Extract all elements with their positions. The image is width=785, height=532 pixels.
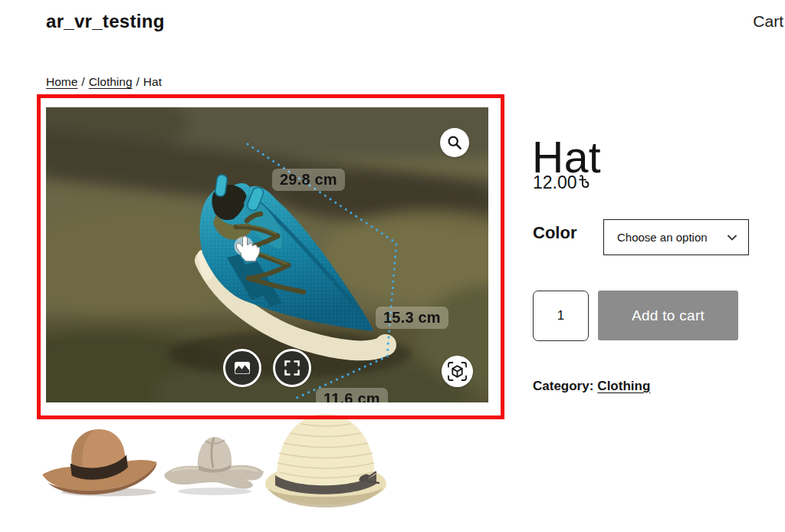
breadcrumb: Home/Clothing/Hat xyxy=(46,75,162,89)
thumbnail-straw-sun-hat[interactable] xyxy=(264,405,388,511)
category-clothing-link[interactable]: Clothing xyxy=(597,379,650,393)
fullscreen-button[interactable] xyxy=(273,349,311,387)
breadcrumb-separator: / xyxy=(81,75,84,88)
gray-cowboy-hat-image xyxy=(163,432,267,498)
ar-view-button[interactable] xyxy=(442,356,473,387)
product-3d-viewer[interactable]: 29.8 cm 15.3 cm 11.6 cm xyxy=(46,107,488,402)
straw-sun-hat-image xyxy=(264,405,388,511)
cart-link[interactable]: Cart xyxy=(753,12,783,31)
measurement-width-label: 29.8 cm xyxy=(272,169,345,191)
product-price: 12.00 xyxy=(533,172,590,193)
taka-currency-symbol xyxy=(578,172,590,193)
add-to-cart-button[interactable]: Add to cart xyxy=(598,291,738,340)
breadcrumb-home-link[interactable]: Home xyxy=(46,75,77,88)
brown-fedora-hat-image xyxy=(38,422,159,498)
category-line: Category:Clothing xyxy=(533,379,650,394)
viewer-scene xyxy=(46,107,488,402)
chevron-down-icon xyxy=(728,235,737,241)
quantity-input[interactable] xyxy=(533,291,589,341)
breadcrumb-separator: / xyxy=(136,75,140,88)
color-select-value: Choose an option xyxy=(617,231,708,244)
category-label: Category: xyxy=(533,379,593,393)
magnifier-icon xyxy=(446,134,463,151)
thumbnail-gray-cowboy-hat[interactable] xyxy=(163,432,267,498)
ar-cube-icon xyxy=(447,361,468,382)
fullscreen-brackets-icon xyxy=(283,359,301,377)
color-select[interactable]: Choose an option xyxy=(603,219,749,255)
breadcrumb-current: Hat xyxy=(143,75,162,88)
price-amount: 12.00 xyxy=(533,172,577,193)
zoom-button[interactable] xyxy=(440,128,469,157)
breadcrumb-clothing-link[interactable]: Clothing xyxy=(89,75,133,88)
site-title[interactable]: ar_vr_testing xyxy=(46,11,165,32)
gallery-view-button[interactable] xyxy=(223,349,261,387)
thumbnail-brown-fedora-hat[interactable] xyxy=(38,422,159,498)
photo-image-icon xyxy=(233,359,251,377)
color-attribute-label: Color xyxy=(533,223,576,243)
measurement-depth-label: 11.6 cm xyxy=(316,388,388,402)
measurement-height-label: 15.3 cm xyxy=(376,307,448,329)
